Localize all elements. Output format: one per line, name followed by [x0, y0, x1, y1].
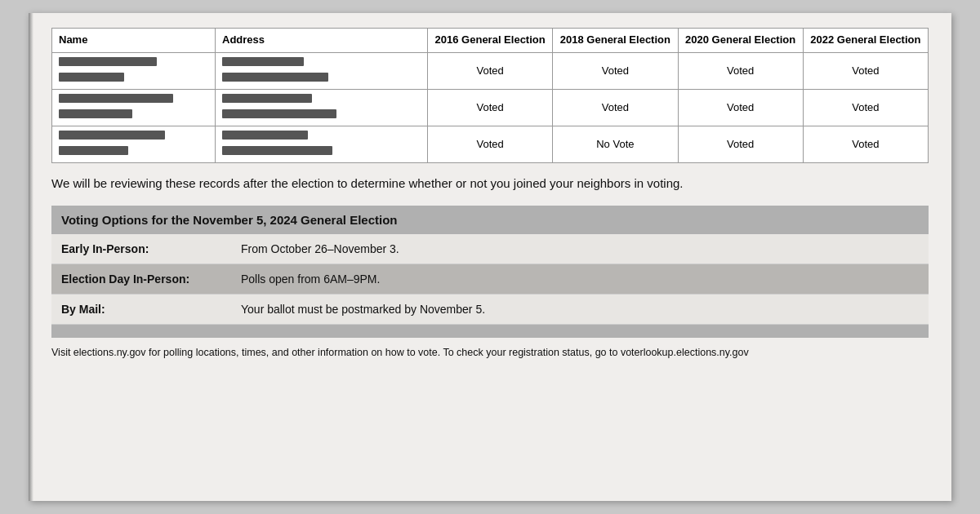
name-cell-1: [52, 89, 216, 126]
address-cell-1: [216, 89, 428, 126]
option-row-0: Early In-Person:From October 26–November…: [51, 234, 929, 264]
address-cell-2: [216, 126, 428, 162]
option-value-1: Polls open from 6AM–9PM.: [241, 273, 919, 286]
voting-options-section: Voting Options for the November 5, 2024 …: [51, 206, 929, 338]
col-header-2018: 2018 General Election: [553, 29, 678, 53]
col-header-2022: 2022 General Election: [803, 29, 928, 53]
col-header-2020: 2020 General Election: [678, 29, 803, 53]
voter-history-table: Name Address 2016 General Election 2018 …: [51, 28, 929, 163]
footer-text: Visit elections.ny.gov for polling locat…: [51, 346, 929, 361]
option-label-2: By Mail:: [61, 303, 241, 316]
document-page: Name Address 2016 General Election 2018 …: [29, 13, 951, 501]
vote-cell-1-1: Voted: [553, 89, 678, 126]
vote-cell-0-1: Voted: [553, 52, 678, 89]
vote-cell-2-2: Voted: [678, 126, 803, 162]
left-shadow: [29, 13, 33, 501]
vote-cell-0-0: Voted: [428, 52, 553, 89]
vote-cell-1-2: Voted: [678, 89, 803, 126]
option-label-0: Early In-Person:: [61, 242, 241, 255]
col-header-name: Name: [52, 29, 216, 53]
address-cell-0: [216, 52, 428, 89]
name-cell-0: [52, 52, 216, 89]
vote-cell-1-3: Voted: [803, 89, 928, 126]
option-value-2: Your ballot must be postmarked by Novemb…: [241, 303, 919, 316]
name-cell-2: [52, 126, 216, 162]
option-row-1: Election Day In-Person:Polls open from 6…: [51, 264, 929, 295]
vote-cell-0-2: Voted: [678, 52, 803, 89]
vote-cell-2-1: No Vote: [553, 126, 678, 162]
vote-cell-0-3: Voted: [803, 52, 928, 89]
col-header-address: Address: [216, 29, 428, 53]
col-header-2016: 2016 General Election: [428, 29, 553, 53]
review-text: We will be reviewing these records after…: [51, 175, 929, 193]
vote-cell-2-3: Voted: [803, 126, 928, 162]
footer-bar: [51, 325, 929, 338]
option-label-1: Election Day In-Person:: [61, 273, 241, 286]
vote-cell-2-0: Voted: [428, 126, 553, 162]
voting-options-header: Voting Options for the November 5, 2024 …: [51, 206, 929, 234]
vote-cell-1-0: Voted: [428, 89, 553, 126]
option-value-0: From October 26–November 3.: [241, 242, 919, 255]
option-row-2: By Mail:Your ballot must be postmarked b…: [51, 295, 929, 325]
